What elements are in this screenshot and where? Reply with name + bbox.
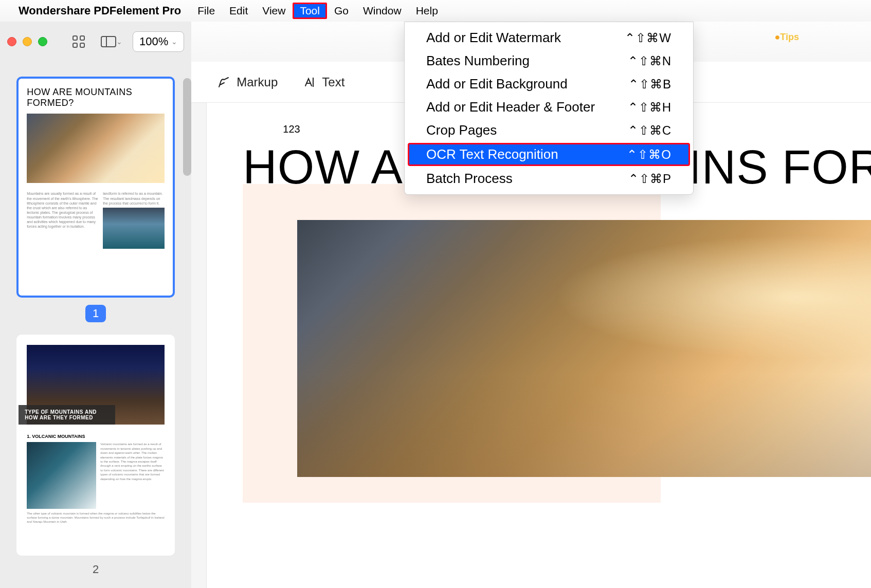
menu-item-label: Batch Process — [426, 171, 513, 187]
menu-go[interactable]: Go — [327, 3, 356, 19]
chevron-down-icon: ⌄ — [116, 38, 122, 46]
zoom-value: 100% — [139, 35, 168, 48]
thumb-secondary-image — [27, 442, 96, 509]
text-icon — [302, 76, 316, 89]
menu-help[interactable]: Help — [409, 3, 445, 19]
page-thumbnails: HOW ARE MOUNTAINS FORMED? Mountains are … — [0, 61, 191, 588]
menu-item-batch[interactable]: Batch Process ⌃⇧⌘P — [405, 167, 693, 190]
grid-icon — [72, 35, 85, 48]
menu-item-label: Add or Edit Watermark — [426, 30, 561, 46]
svg-rect-0 — [73, 36, 77, 40]
watermark-logo: ●Tips — [774, 32, 799, 43]
thumb-hero-image: TYPE OF MOUNTAINS AND HOW ARE THEY FORME… — [27, 345, 165, 425]
thumb-body-text: Mountains are usually formed as a result… — [27, 191, 99, 248]
menu-item-shortcut: ⌃⇧⌘P — [628, 172, 672, 186]
menu-item-shortcut: ⌃⇧⌘B — [628, 77, 672, 91]
thumb-subheading: 1. VOLCANIC MOUNTAINS — [27, 434, 165, 439]
chevron-down-icon: ⌄ — [171, 38, 177, 46]
zoom-select[interactable]: 100% ⌄ — [133, 31, 184, 52]
menu-file[interactable]: File — [190, 3, 222, 19]
menu-item-ocr[interactable]: OCR Text Recognition ⌃⇧⌘O — [408, 143, 690, 166]
svg-rect-2 — [73, 43, 77, 47]
menu-item-background[interactable]: Add or Edit Background ⌃⇧⌘B — [405, 72, 693, 96]
hero-mountain-image — [297, 220, 871, 477]
thumb-footer-text: The other type of volcanic mountain is f… — [27, 512, 165, 524]
page-number: 2 — [93, 563, 99, 576]
menu-item-label: OCR Text Recognition — [426, 146, 558, 162]
panel-icon — [101, 36, 116, 47]
minimize-window-button[interactable] — [23, 37, 32, 46]
thumb-banner: TYPE OF MOUNTAINS AND HOW ARE THEY FORME… — [19, 405, 115, 425]
tool-label: Markup — [237, 75, 278, 89]
menu-item-crop[interactable]: Crop Pages ⌃⇧⌘C — [405, 119, 693, 142]
thumb-body-text: Volcanic mountains are formed as a resul… — [100, 442, 165, 509]
hero-image-wrap — [243, 220, 871, 477]
thumbnail-wrap-1: HOW ARE MOUNTAINS FORMED? Mountains are … — [16, 77, 175, 322]
menu-item-watermark[interactable]: Add or Edit Watermark ⌃⇧⌘W — [405, 26, 693, 49]
menu-item-label: Add or Edit Header & Footer — [426, 99, 595, 115]
thumb-side-text: landform is referred to as a mountain. T… — [103, 191, 165, 205]
thumb-secondary-image — [103, 208, 165, 249]
maximize-window-button[interactable] — [38, 37, 47, 46]
markup-icon — [217, 76, 230, 89]
menu-item-label: Bates Numbering — [426, 53, 530, 69]
svg-rect-4 — [101, 36, 116, 47]
page-thumbnail-2[interactable]: TYPE OF MOUNTAINS AND HOW ARE THEY FORME… — [16, 335, 175, 556]
menu-edit[interactable]: Edit — [222, 3, 255, 19]
menu-item-label: Add or Edit Background — [426, 76, 568, 92]
menu-item-header-footer[interactable]: Add or Edit Header & Footer ⌃⇧⌘H — [405, 96, 693, 119]
text-button[interactable]: Text — [302, 75, 344, 89]
menu-item-shortcut: ⌃⇧⌘W — [625, 31, 672, 45]
window-controls — [7, 37, 47, 46]
menu-view[interactable]: View — [255, 3, 293, 19]
menu-item-shortcut: ⌃⇧⌘C — [628, 123, 672, 138]
svg-rect-1 — [80, 36, 84, 40]
page-number-badge: 1 — [85, 305, 106, 322]
tool-label: Text — [322, 75, 344, 89]
sidebar: ⌄ 100% ⌄ HOW ARE MOUNTAINS FORMED? Mount… — [0, 22, 191, 588]
panel-layout-button[interactable]: ⌄ — [96, 33, 128, 50]
sidebar-scrollbar[interactable] — [183, 78, 191, 176]
app-name: Wondershare PDFelement Pro — [19, 4, 181, 17]
thumb-title: HOW ARE MOUNTAINS FORMED? — [27, 87, 165, 108]
menu-item-shortcut: ⌃⇧⌘H — [628, 100, 672, 115]
menu-window[interactable]: Window — [356, 3, 409, 19]
close-window-button[interactable] — [7, 37, 16, 46]
svg-rect-3 — [80, 43, 84, 47]
menu-item-shortcut: ⌃⇧⌘O — [627, 148, 672, 162]
tool-dropdown-menu: Add or Edit Watermark ⌃⇧⌘W Bates Numberi… — [404, 22, 694, 195]
grid-view-button[interactable] — [67, 32, 90, 51]
sidebar-toolbar: ⌄ 100% ⌄ — [0, 22, 191, 61]
thumb-hero-image — [27, 114, 165, 183]
menu-item-bates[interactable]: Bates Numbering ⌃⇧⌘N — [405, 49, 693, 72]
menu-item-shortcut: ⌃⇧⌘N — [628, 54, 672, 68]
thumbnail-wrap-2: TYPE OF MOUNTAINS AND HOW ARE THEY FORME… — [16, 335, 175, 576]
markup-button[interactable]: Markup — [217, 75, 278, 89]
menu-item-label: Crop Pages — [426, 122, 497, 138]
menu-tool[interactable]: Tool — [293, 3, 327, 19]
page-thumbnail-1[interactable]: HOW ARE MOUNTAINS FORMED? Mountains are … — [16, 77, 175, 298]
macos-menubar: Wondershare PDFelement Pro File Edit Vie… — [0, 0, 871, 22]
